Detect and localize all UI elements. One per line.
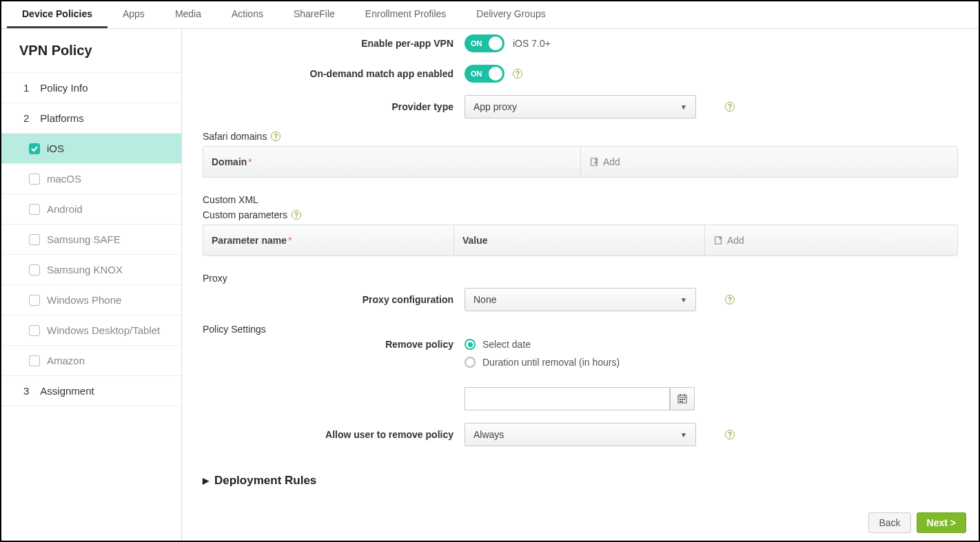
section-proxy: Proxy <box>203 273 958 284</box>
chevron-right-icon: ▶ <box>203 476 209 486</box>
label-on-demand-match: On-demand match app enabled <box>203 68 456 79</box>
checkbox-icon[interactable] <box>29 204 40 215</box>
checkbox-icon[interactable] <box>29 234 40 245</box>
label-allow-user-remove-policy: Allow user to remove policy <box>203 429 456 440</box>
help-icon[interactable]: ? <box>513 69 522 79</box>
add-icon <box>589 157 599 167</box>
svg-rect-7 <box>680 401 681 402</box>
select-allow-user-remove-policy[interactable]: Always ▼ <box>465 423 696 446</box>
table-safari-domains: Domain* Add <box>203 146 958 178</box>
chevron-down-icon: ▼ <box>680 431 687 439</box>
sidebar-item-label: Amazon <box>47 355 85 366</box>
checkbox-icon[interactable] <box>29 355 40 366</box>
radio-select-date[interactable] <box>465 339 476 350</box>
checkbox-icon[interactable] <box>29 174 40 185</box>
svg-rect-5 <box>682 399 683 400</box>
sidebar-platform-android[interactable]: Android <box>1 194 181 225</box>
step-num: 1 <box>23 82 29 94</box>
sidebar-item-label: iOS <box>47 143 64 154</box>
sidebar-platform-windows-desktop-tablet[interactable]: Windows Desktop/Tablet <box>1 315 181 346</box>
select-proxy-configuration[interactable]: None ▼ <box>465 288 696 311</box>
checkbox-icon[interactable] <box>29 264 40 275</box>
step-num: 2 <box>23 112 29 124</box>
sidebar-platform-samsung-knox[interactable]: Samsung KNOX <box>1 255 181 285</box>
svg-rect-6 <box>684 399 685 400</box>
deployment-rules-toggle[interactable]: ▶ Deployment Rules <box>203 474 958 488</box>
col-domain: Domain* <box>203 147 581 177</box>
svg-rect-4 <box>680 399 681 400</box>
col-add: Add <box>705 225 957 256</box>
tab-delivery-groups[interactable]: Delivery Groups <box>461 1 560 28</box>
step-label: Policy Info <box>40 82 88 94</box>
label-remove-policy: Remove policy <box>203 339 456 350</box>
sidebar-item-label: Samsung KNOX <box>47 264 123 275</box>
add-custom-parameter-button[interactable]: Add <box>713 235 744 246</box>
tab-sharefile[interactable]: ShareFile <box>278 1 350 28</box>
select-value: App proxy <box>473 101 517 112</box>
select-value: Always <box>473 429 504 440</box>
radio-duration-until-removal[interactable] <box>465 357 476 368</box>
hint-ios-version: iOS 7.0+ <box>513 38 551 49</box>
sidebar-platform-samsung-safe[interactable]: Samsung SAFE <box>1 225 181 255</box>
calendar-icon <box>677 394 687 404</box>
step-num: 3 <box>23 385 29 397</box>
checkbox-icon[interactable] <box>29 295 40 306</box>
section-safari-domains: Safari domains ? <box>203 131 958 142</box>
chevron-down-icon: ▼ <box>680 103 687 111</box>
toggle-on-demand-match[interactable]: ON <box>465 65 504 83</box>
add-safari-domain-button[interactable]: Add <box>589 156 620 167</box>
sidebar-item-label: Windows Phone <box>47 294 121 306</box>
add-icon <box>713 236 723 245</box>
col-add: Add <box>581 147 957 177</box>
tab-apps[interactable]: Apps <box>108 1 160 28</box>
checkbox-icon[interactable] <box>29 143 40 154</box>
sidebar-item-label: Android <box>47 203 83 215</box>
toggle-enable-per-app-vpn[interactable]: ON <box>465 34 504 52</box>
help-icon[interactable]: ? <box>725 102 735 112</box>
help-icon[interactable]: ? <box>292 210 301 220</box>
help-icon[interactable]: ? <box>725 430 735 439</box>
svg-rect-8 <box>682 401 683 402</box>
help-icon[interactable]: ? <box>271 132 280 141</box>
sidebar-title: VPN Policy <box>1 29 181 73</box>
select-value: None <box>473 294 496 305</box>
tab-device-policies[interactable]: Device Policies <box>7 1 108 28</box>
sidebar-item-label: macOS <box>47 173 81 185</box>
footer: Back Next > <box>182 505 979 541</box>
checkbox-icon[interactable] <box>29 325 40 336</box>
sidebar: VPN Policy 1 Policy Info 2 Platforms iOS… <box>1 29 182 541</box>
step-label: Assignment <box>40 385 94 397</box>
sidebar-step-platforms[interactable]: 2 Platforms <box>1 103 181 134</box>
back-button[interactable]: Back <box>868 512 910 533</box>
col-value: Value <box>454 225 705 256</box>
date-input[interactable] <box>465 387 670 410</box>
section-policy-settings: Policy Settings <box>203 324 958 335</box>
tab-media[interactable]: Media <box>160 1 216 28</box>
sidebar-step-policy-info[interactable]: 1 Policy Info <box>1 73 181 103</box>
step-label: Platforms <box>40 112 83 124</box>
chevron-down-icon: ▼ <box>680 296 687 304</box>
sidebar-platform-windows-phone[interactable]: Windows Phone <box>1 285 181 315</box>
label-provider-type: Provider type <box>203 101 456 112</box>
top-tabs: Device Policies Apps Media Actions Share… <box>1 1 979 29</box>
section-custom-xml: Custom XML <box>203 194 958 205</box>
label-proxy-configuration: Proxy configuration <box>203 294 456 305</box>
col-parameter-name: Parameter name* <box>203 225 454 256</box>
section-custom-parameters: Custom parameters ? <box>203 209 958 220</box>
select-provider-type[interactable]: App proxy ▼ <box>465 95 696 118</box>
label-enable-per-app-vpn: Enable per-app VPN <box>203 38 456 49</box>
table-custom-parameters: Parameter name* Value Add <box>203 225 958 256</box>
sidebar-item-label: Windows Desktop/Tablet <box>47 324 160 336</box>
next-button[interactable]: Next > <box>917 512 966 533</box>
sidebar-step-assignment[interactable]: 3 Assignment <box>1 376 181 406</box>
radio-label-select-date: Select date <box>482 339 531 350</box>
sidebar-platform-amazon[interactable]: Amazon <box>1 346 181 376</box>
sidebar-platform-macos[interactable]: macOS <box>1 164 181 194</box>
help-icon[interactable]: ? <box>725 295 735 304</box>
calendar-button[interactable] <box>670 387 695 410</box>
radio-label-duration: Duration until removal (in hours) <box>482 357 620 368</box>
tab-enrollment-profiles[interactable]: Enrollment Profiles <box>350 1 462 28</box>
tab-actions[interactable]: Actions <box>216 1 278 28</box>
sidebar-item-label: Samsung SAFE <box>47 233 121 245</box>
sidebar-platform-ios[interactable]: iOS <box>1 134 181 164</box>
